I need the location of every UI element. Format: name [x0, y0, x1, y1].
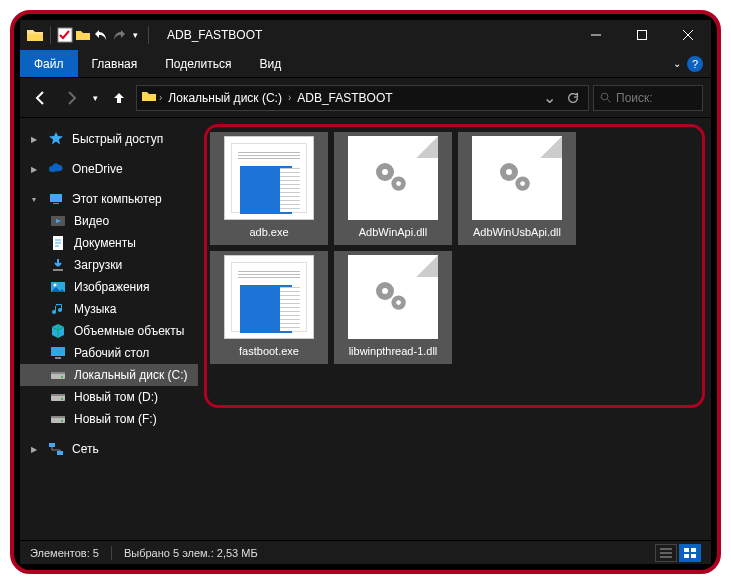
- svg-rect-34: [684, 548, 689, 552]
- file-item[interactable]: AdbWinUsbApi.dll: [458, 132, 576, 245]
- dll-icon: [348, 136, 438, 220]
- nav-forward-button[interactable]: [58, 85, 84, 111]
- sidebar-item[interactable]: Объемные объекты: [20, 320, 198, 342]
- svg-rect-35: [691, 548, 696, 552]
- file-item[interactable]: libwinpthread-1.dll: [334, 251, 452, 364]
- chevron-right-icon[interactable]: ›: [288, 92, 291, 103]
- sidebar-item-label: Документы: [74, 236, 136, 250]
- sidebar-item-label: Видео: [74, 214, 109, 228]
- ribbon-tab-file[interactable]: Файл: [20, 50, 78, 77]
- star-icon: [48, 131, 64, 147]
- qa-redo-icon[interactable]: [111, 27, 127, 43]
- ribbon-tab-share[interactable]: Поделиться: [151, 50, 245, 77]
- ribbon-tab-view[interactable]: Вид: [245, 50, 295, 77]
- chevron-down-icon[interactable]: ▾: [30, 195, 38, 203]
- sidebar-quick-access[interactable]: ▶ Быстрый доступ: [20, 128, 198, 150]
- file-label: libwinpthread-1.dll: [349, 345, 438, 358]
- search-input[interactable]: Поиск:: [593, 85, 703, 111]
- disk-icon: [50, 389, 66, 405]
- view-details-button[interactable]: [655, 544, 677, 562]
- qa-undo-icon[interactable]: [93, 27, 109, 43]
- svg-rect-37: [691, 554, 696, 558]
- breadcrumb-folder[interactable]: ADB_FASTBOOT: [293, 91, 396, 105]
- sidebar-item[interactable]: Музыка: [20, 298, 198, 320]
- address-bar[interactable]: › Локальный диск (C:) › ADB_FASTBOOT ⌄: [136, 85, 589, 111]
- sidebar-item[interactable]: Изображения: [20, 276, 198, 298]
- close-button[interactable]: [665, 20, 711, 50]
- svg-rect-18: [51, 416, 65, 418]
- file-label: fastboot.exe: [239, 345, 299, 358]
- file-label: AdbWinApi.dll: [359, 226, 427, 239]
- disk-icon: [50, 411, 66, 427]
- dll-icon: [472, 136, 562, 220]
- chevron-right-icon[interactable]: ▶: [30, 445, 38, 453]
- statusbar: Элементов: 5 Выбрано 5 элем.: 2,53 МБ: [20, 540, 711, 564]
- sidebar-item[interactable]: Новый том (D:): [20, 386, 198, 408]
- desk-icon: [50, 345, 66, 361]
- svg-rect-15: [51, 394, 65, 396]
- svg-point-8: [54, 284, 57, 287]
- sidebar-item[interactable]: Документы: [20, 232, 198, 254]
- qa-dropdown-icon[interactable]: ▾: [129, 30, 142, 40]
- search-icon: [600, 92, 612, 104]
- svg-rect-12: [51, 372, 65, 374]
- chevron-right-icon[interactable]: ›: [159, 92, 162, 103]
- nav-recent-dropdown[interactable]: ▾: [88, 85, 102, 111]
- breadcrumb-root[interactable]: Локальный диск (C:): [164, 91, 286, 105]
- refresh-button[interactable]: [562, 86, 584, 110]
- sidebar-item-label: Новый том (D:): [74, 390, 158, 404]
- pics-icon: [50, 279, 66, 295]
- qa-folder-icon[interactable]: [75, 27, 91, 43]
- svg-point-16: [61, 398, 63, 400]
- help-icon[interactable]: ?: [687, 56, 703, 72]
- sidebar-item-label: Изображения: [74, 280, 149, 294]
- sidebar-item-label: Локальный диск (C:): [74, 368, 188, 382]
- 3d-icon: [50, 323, 66, 339]
- music-icon: [50, 301, 66, 317]
- sidebar-item[interactable]: Локальный диск (C:): [20, 364, 198, 386]
- svg-rect-10: [55, 357, 61, 359]
- sidebar-item-label: Новый том (F:): [74, 412, 157, 426]
- explorer-window: ▾ ADB_FASTBOOT Файл Главная Поделиться В…: [20, 20, 711, 564]
- sidebar-item[interactable]: Загрузки: [20, 254, 198, 276]
- qa-checkbox-icon[interactable]: [57, 27, 73, 43]
- sidebar-item-label: Загрузки: [74, 258, 122, 272]
- view-icons-button[interactable]: [679, 544, 701, 562]
- chevron-right-icon[interactable]: ▶: [30, 165, 38, 173]
- minimize-button[interactable]: [573, 20, 619, 50]
- sidebar-item[interactable]: Новый том (F:): [20, 408, 198, 430]
- maximize-button[interactable]: [619, 20, 665, 50]
- pc-icon: [48, 191, 64, 207]
- address-folder-icon: [141, 88, 157, 108]
- sidebar-network[interactable]: ▶ Сеть: [20, 438, 198, 460]
- search-placeholder: Поиск:: [616, 91, 653, 105]
- svg-rect-4: [53, 203, 59, 204]
- sidebar-item[interactable]: Рабочий стол: [20, 342, 198, 364]
- video-icon: [50, 213, 66, 229]
- ribbon: Файл Главная Поделиться Вид ⌄ ?: [20, 50, 711, 78]
- file-item[interactable]: adb.exe: [210, 132, 328, 245]
- file-label: adb.exe: [249, 226, 288, 239]
- sidebar-item-label: Музыка: [74, 302, 116, 316]
- down-icon: [50, 257, 66, 273]
- ribbon-expand-icon[interactable]: ⌄: [673, 58, 681, 69]
- nav-back-button[interactable]: [28, 85, 54, 111]
- sidebar-item-label: Рабочий стол: [74, 346, 149, 360]
- sidebar-item[interactable]: Видео: [20, 210, 198, 232]
- quick-access-toolbar: ▾: [20, 26, 159, 44]
- file-item[interactable]: fastboot.exe: [210, 251, 328, 364]
- sidebar-this-pc[interactable]: ▾ Этот компьютер: [20, 188, 198, 210]
- address-history-dropdown[interactable]: ⌄: [538, 86, 560, 110]
- nav-up-button[interactable]: [106, 85, 132, 111]
- chevron-right-icon[interactable]: ▶: [30, 135, 38, 143]
- cloud-icon: [48, 161, 64, 177]
- annotation-frame: ▾ ADB_FASTBOOT Файл Главная Поделиться В…: [10, 10, 721, 574]
- svg-point-27: [506, 169, 512, 175]
- svg-rect-21: [57, 451, 63, 455]
- file-content-area[interactable]: adb.exeAdbWinApi.dllAdbWinUsbApi.dllfast…: [198, 118, 711, 540]
- sidebar-onedrive[interactable]: ▶ OneDrive: [20, 158, 198, 180]
- file-item[interactable]: AdbWinApi.dll: [334, 132, 452, 245]
- sidebar-item-label: Объемные объекты: [74, 324, 184, 338]
- svg-point-23: [382, 169, 388, 175]
- ribbon-tab-home[interactable]: Главная: [78, 50, 152, 77]
